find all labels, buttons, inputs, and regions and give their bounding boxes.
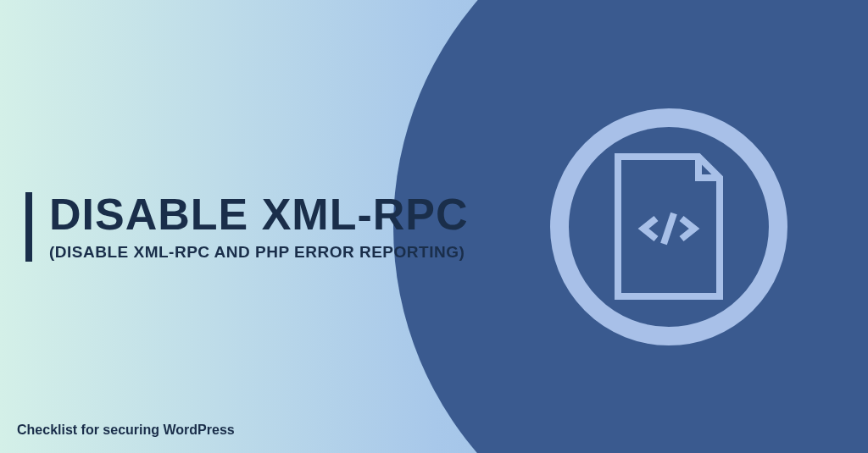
page-title: DISABLE XML-RPC	[49, 192, 469, 236]
main-content: DISABLE XML-RPC (DISABLE XML-RPC AND PHP…	[25, 192, 469, 262]
icon-circle	[550, 108, 787, 345]
page-subtitle: (DISABLE XML-RPC AND PHP ERROR REPORTING…	[49, 243, 469, 262]
code-file-icon	[609, 152, 728, 301]
footer-text: Checklist for securing WordPress	[17, 423, 235, 438]
